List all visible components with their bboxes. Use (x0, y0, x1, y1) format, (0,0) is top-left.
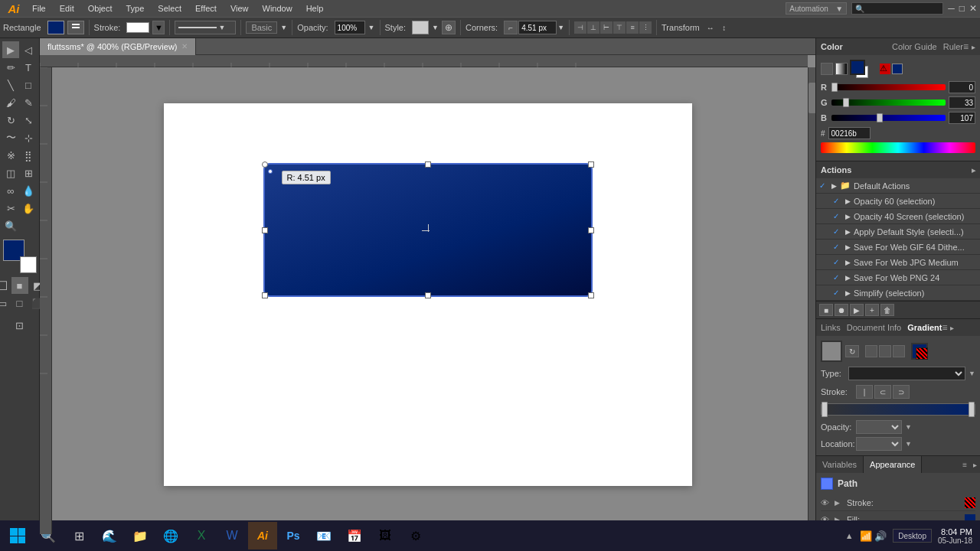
type-select[interactable] (848, 367, 965, 380)
show-hidden-icons[interactable]: ▲ (845, 531, 854, 540)
corner-icon[interactable]: ⌐ (504, 21, 518, 34)
stroke-swatch-btn1[interactable] (865, 345, 877, 357)
rotate-tool[interactable]: ↻ (2, 112, 19, 129)
pen-tool[interactable]: ✏ (2, 59, 19, 76)
stroke-style-2[interactable]: ⊂ (874, 385, 891, 399)
opacity-input[interactable] (335, 21, 365, 34)
blue-swatch-small[interactable] (892, 64, 903, 74)
delete-action-btn[interactable]: 🗑 (880, 304, 894, 316)
color-spectrum[interactable] (821, 142, 975, 153)
side-handle-left[interactable] (262, 227, 268, 233)
corner-handle-top-left[interactable] (262, 161, 268, 168)
background-color[interactable] (20, 256, 37, 273)
style-options-btn[interactable]: ⊕ (442, 21, 456, 34)
corners-input[interactable]: 4.51 px (518, 21, 557, 34)
transform-btn2[interactable]: ↕ (718, 21, 730, 34)
edge-btn[interactable]: 🌊 (95, 522, 124, 549)
word-btn[interactable]: W (217, 522, 247, 549)
pencil-tool[interactable]: ✎ (20, 94, 37, 111)
zoom2-tool[interactable] (20, 217, 37, 234)
opacity-expand[interactable]: ▼ (905, 423, 912, 431)
corner-handle-top-right[interactable] (588, 161, 594, 168)
corners-dropdown[interactable]: ▼ (557, 24, 564, 31)
settings-btn2[interactable]: ⚙ (401, 522, 430, 549)
column-tool[interactable]: ⣿ (20, 147, 37, 164)
side-handle-top[interactable] (425, 161, 431, 168)
opacity-dropdown[interactable]: ▼ (368, 24, 375, 31)
selected-rectangle[interactable]: R: 4.51 px (263, 163, 593, 297)
gradient-tab-btn[interactable]: Gradient (907, 323, 942, 332)
stroke-swatch-btn3[interactable] (893, 345, 905, 357)
transform-label[interactable]: Transform (662, 23, 700, 32)
color-mode-solid[interactable] (821, 63, 833, 75)
paintbrush-tool[interactable]: 🖌 (2, 94, 19, 111)
b-input[interactable]: 107 (949, 112, 975, 124)
b-slider[interactable] (831, 115, 946, 121)
corner-handle-bottom-left[interactable] (262, 292, 268, 298)
gradient-options-btn[interactable]: ↻ (845, 345, 859, 357)
ruler-tab[interactable]: Ruler (943, 42, 963, 51)
eyedropper-tool[interactable]: 💧 (20, 182, 37, 199)
normal-screen[interactable]: ▭ (0, 295, 11, 311)
stroke-style-3[interactable]: ⊃ (893, 385, 910, 399)
stroke-profile-select[interactable]: ▼ (175, 21, 236, 34)
clock[interactable]: 8:04 PM 05-Jun-18 (933, 527, 977, 545)
warning-icon[interactable]: ⚠ (880, 64, 890, 74)
menu-file[interactable]: File (26, 2, 52, 15)
gradient-bar[interactable] (821, 403, 975, 416)
style-swatch[interactable] (412, 21, 429, 34)
location-expand[interactable]: ▼ (905, 440, 912, 448)
action-item-4[interactable]: ✓ ▶ Save For Web JPG Medium (816, 255, 980, 270)
menu-view[interactable]: View (224, 2, 255, 15)
arrow3[interactable]: ▶ (845, 243, 851, 251)
arrow2[interactable]: ▶ (845, 228, 851, 236)
record-btn[interactable]: ⏺ (835, 304, 848, 316)
links-tab[interactable]: Links (821, 323, 841, 332)
gradient-tool[interactable]: ◫ (2, 165, 19, 181)
stroke-swatch-btn2[interactable] (879, 345, 891, 357)
variables-tab[interactable]: Variables (816, 456, 864, 473)
menu-effect[interactable]: Effect (189, 2, 223, 15)
line-tool[interactable]: ╲ (2, 77, 19, 93)
action-folder-arrow[interactable]: ▶ (831, 182, 837, 190)
appearance-panel-expand[interactable]: ▸ (970, 456, 980, 473)
mail-btn[interactable]: 📧 (309, 522, 338, 549)
menu-type[interactable]: Type (120, 2, 151, 15)
stroke-expand[interactable]: ▶ (835, 499, 844, 507)
color-panel-expand[interactable]: ▸ (972, 43, 975, 51)
menu-select[interactable]: Select (152, 2, 188, 15)
stroke-swatch[interactable] (126, 22, 149, 33)
corner-handle-bottom-right[interactable] (588, 292, 594, 298)
type-tool[interactable]: T (20, 59, 37, 76)
arrow0[interactable]: ▶ (845, 197, 851, 205)
color-selector[interactable] (3, 240, 37, 273)
color-guide-tab[interactable]: Color Guide (892, 42, 937, 51)
tab-close-btn[interactable]: ✕ (181, 42, 188, 51)
fg-swatch[interactable] (850, 60, 865, 75)
new-action-btn[interactable]: + (865, 304, 879, 316)
task-view-btn[interactable]: ⊞ (64, 522, 93, 549)
stroke-options-btn[interactable]: ▼ (152, 21, 165, 34)
arrow1[interactable]: ▶ (845, 213, 851, 220)
menu-help[interactable]: Help (300, 2, 330, 15)
action-item-5[interactable]: ✓ ▶ Save For Web PNG 24 (816, 270, 980, 285)
menu-edit[interactable]: Edit (54, 2, 80, 15)
location-select[interactable] (856, 437, 902, 451)
fill-swatch[interactable] (47, 21, 64, 34)
align-btn2[interactable]: ⊥ (587, 21, 599, 34)
menu-window[interactable]: Window (256, 2, 299, 15)
align-btn4[interactable]: ⊤ (613, 21, 626, 34)
gradient-stop-left[interactable] (822, 402, 828, 417)
opacity-select[interactable] (856, 420, 902, 434)
canvas[interactable]: R: 4.51 px (40, 55, 815, 534)
color-mode-gradient[interactable] (835, 63, 848, 75)
fill-none[interactable]: ☐ (0, 277, 11, 294)
align-btn6[interactable]: ⋮ (639, 21, 652, 34)
free-transform-tool[interactable]: ⊹ (20, 129, 37, 146)
chrome-btn[interactable]: 🌐 (156, 522, 185, 549)
r-input[interactable]: 0 (949, 81, 975, 93)
actions-panel-header[interactable]: Actions ▸ (816, 161, 980, 178)
arrow6[interactable]: ▶ (845, 289, 851, 297)
calendar-btn[interactable]: 📅 (340, 522, 369, 549)
action-item-3[interactable]: ✓ ▶ Save For Web GIF 64 Dithe... (816, 240, 980, 255)
